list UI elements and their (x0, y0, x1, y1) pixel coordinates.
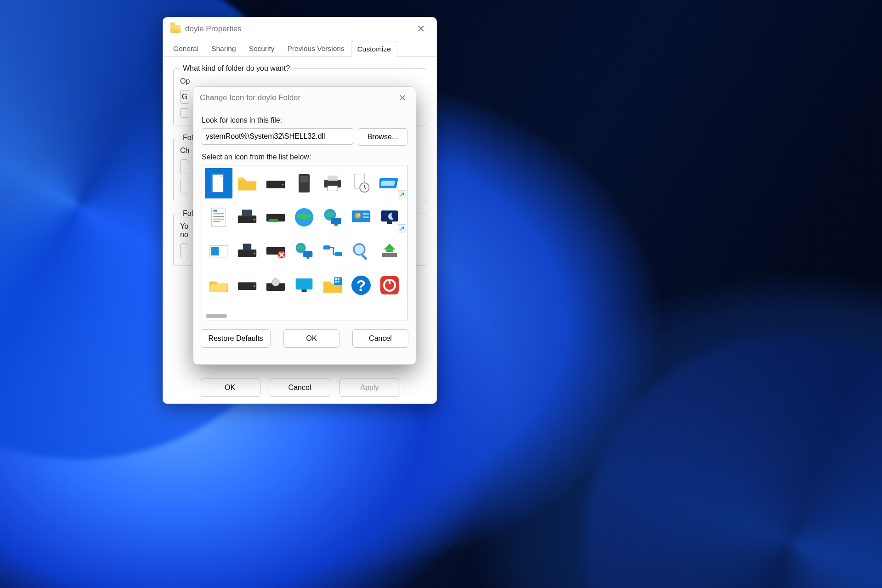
icon-hard-drive[interactable] (262, 168, 289, 198)
svg-rect-60 (335, 281, 337, 283)
svg-rect-59 (338, 278, 339, 280)
ok-button[interactable]: OK (200, 379, 260, 397)
svg-rect-46 (335, 252, 342, 256)
icon-network-globe[interactable] (319, 202, 346, 232)
icon-floppy-drive[interactable] (233, 202, 261, 232)
svg-rect-38 (243, 244, 251, 251)
icon-network-connection[interactable] (319, 236, 346, 266)
close-icon[interactable]: ✕ (413, 21, 429, 37)
change-icon-button-partial[interactable] (180, 243, 188, 258)
overlay-share-icon: ↗ (398, 190, 406, 198)
tab-previous-versions[interactable]: Previous Versions (281, 40, 351, 57)
properties-title: doyle Properties (185, 24, 242, 34)
svg-rect-8 (328, 176, 338, 181)
svg-point-30 (355, 213, 361, 219)
tab-customize[interactable]: Customize (351, 41, 397, 57)
icon-folder[interactable] (233, 168, 261, 198)
svg-rect-24 (269, 219, 278, 222)
icon-help[interactable]: ? (347, 270, 375, 300)
svg-rect-58 (335, 278, 337, 280)
svg-rect-48 (361, 254, 367, 260)
svg-rect-32 (363, 216, 369, 218)
select-icon-label: Select an icon from the list below: (202, 153, 407, 161)
group-folder-kind-legend: What kind of folder do you want? (180, 64, 293, 73)
optimize-label-partial: Op (180, 77, 419, 85)
svg-point-52 (254, 285, 255, 287)
icon-folder-open[interactable] (205, 270, 232, 300)
svg-point-22 (254, 219, 255, 220)
svg-rect-9 (328, 186, 338, 191)
icon-list[interactable]: ? ↗ ↗ (202, 165, 407, 321)
svg-rect-13 (381, 181, 396, 186)
choose-file-button-partial[interactable] (180, 159, 188, 174)
svg-rect-55 (296, 278, 313, 289)
optimize-dropdown-partial[interactable]: G (180, 90, 189, 104)
icon-floppy-drive-alt[interactable] (233, 236, 261, 266)
restore-defaults-button[interactable]: Restore Defaults (201, 329, 271, 348)
icon-globe[interactable] (290, 202, 318, 232)
close-icon[interactable]: ✕ (396, 91, 409, 105)
ok-button[interactable]: OK (283, 329, 339, 348)
icon-eject-drive[interactable] (376, 236, 403, 266)
svg-rect-34 (387, 221, 392, 224)
icon-printer[interactable] (319, 168, 346, 198)
folder-icon (170, 25, 181, 33)
change-icon-button-row: Restore Defaults OK Cancel (193, 321, 416, 356)
svg-rect-21 (242, 210, 252, 217)
icon-blank-document[interactable] (205, 168, 232, 198)
svg-rect-28 (334, 224, 338, 226)
svg-rect-31 (363, 213, 369, 215)
icon-monitor[interactable] (290, 270, 318, 300)
change-icon-dialog: Change Icon for doyle Folder ✕ Look for … (193, 86, 416, 365)
icon-shutdown[interactable] (376, 270, 403, 300)
icon-document-clock[interactable] (347, 168, 375, 198)
overlay-shortcut-icon: ↗ (398, 224, 406, 232)
icon-search-magnifier[interactable] (347, 236, 375, 266)
svg-rect-27 (331, 218, 341, 224)
cancel-button[interactable]: Cancel (352, 329, 408, 348)
svg-rect-17 (214, 216, 224, 217)
icon-list-scrollbar[interactable] (206, 314, 227, 318)
tab-general[interactable]: General (167, 40, 205, 57)
change-icon-titlebar: Change Icon for doyle Folder ✕ (193, 87, 416, 109)
properties-button-row: OK Cancel Apply (163, 379, 436, 397)
svg-rect-36 (211, 247, 219, 255)
icon-chip[interactable] (290, 168, 318, 198)
properties-tabs: General Sharing Security Previous Versio… (163, 40, 436, 57)
svg-rect-64 (389, 279, 390, 284)
svg-point-4 (282, 184, 284, 186)
look-for-icons-label: Look for icons in this file: (202, 116, 407, 124)
svg-rect-61 (338, 281, 339, 283)
browse-button[interactable]: Browse... (358, 128, 407, 146)
also-apply-checkbox-partial[interactable] (180, 108, 189, 118)
svg-rect-44 (307, 257, 310, 259)
icon-drive-error[interactable] (262, 236, 289, 266)
svg-rect-19 (214, 221, 220, 222)
icon-file-path-input[interactable]: ystemRoot%\System32\SHELL32.dll (202, 128, 353, 145)
svg-point-39 (254, 253, 255, 254)
svg-rect-50 (386, 249, 393, 252)
icon-network-computer[interactable] (290, 236, 318, 266)
icon-removable-drive[interactable] (262, 202, 289, 232)
svg-point-47 (354, 244, 365, 255)
icon-optical-drive[interactable] (262, 270, 289, 300)
svg-rect-49 (382, 253, 397, 257)
restore-default-button-partial[interactable] (180, 179, 188, 193)
cancel-button[interactable]: Cancel (270, 379, 330, 397)
change-icon-title: Change Icon for doyle Folder (200, 93, 300, 102)
icon-control-panel[interactable] (347, 202, 375, 232)
icon-hard-drive-alt[interactable] (233, 270, 261, 300)
svg-rect-45 (323, 245, 330, 249)
svg-rect-6 (300, 176, 308, 182)
tab-sharing[interactable]: Sharing (205, 40, 242, 57)
icon-text-document[interactable] (205, 202, 232, 232)
properties-titlebar: doyle Properties ✕ (163, 17, 436, 40)
svg-rect-2 (238, 177, 244, 180)
svg-rect-15 (214, 210, 217, 212)
icon-folder-apps[interactable] (319, 270, 346, 300)
icon-programs[interactable] (205, 236, 232, 266)
svg-rect-56 (302, 289, 307, 292)
apply-button[interactable]: Apply (339, 379, 400, 397)
tab-security[interactable]: Security (243, 40, 281, 57)
svg-rect-43 (303, 251, 312, 257)
